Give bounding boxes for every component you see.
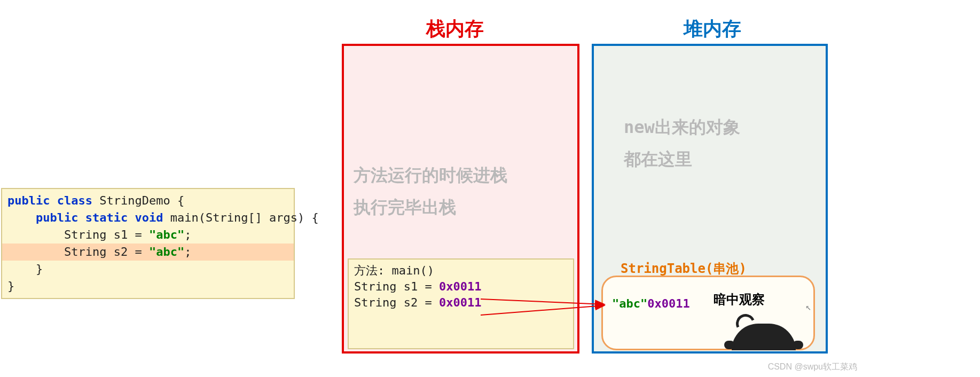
frame-title: 方法: main() — [354, 263, 568, 279]
code-text: StringDemo { — [92, 194, 184, 207]
string-literal: "abc" — [149, 228, 184, 241]
code-line-2: public static void main(String[] args) { — [2, 209, 294, 226]
keyword-static: static — [85, 211, 128, 224]
code-text: ; — [184, 228, 191, 241]
keyword-class: class — [57, 194, 92, 207]
code-text: ; — [184, 245, 191, 258]
watermark-text: CSDN @swpu软工菜鸡 — [768, 362, 857, 373]
frame-var-s2: String s2 = 0x0011 — [354, 295, 568, 311]
stack-desc-line1: 方法运行的时候进栈 — [354, 159, 507, 191]
stack-memory-description: 方法运行的时候进栈 执行完毕出栈 — [354, 159, 507, 223]
code-line-6: } — [2, 278, 294, 295]
mascot-hand-left — [724, 341, 735, 349]
code-panel: public class StringDemo { public static … — [1, 188, 295, 299]
string-pool-entry: "abc"0x0011 — [612, 297, 690, 310]
stack-frame-main: 方法: main() String s1 = 0x0011 String s2 … — [348, 258, 574, 349]
string-literal: "abc" — [149, 245, 184, 258]
var-text: String s1 = — [354, 280, 439, 293]
heap-desc-line2: 都在这里 — [624, 143, 740, 175]
heap-memory-title: 堆内存 — [684, 16, 741, 42]
code-text: main(String[] args) { — [163, 211, 318, 224]
var-text: String s2 = — [354, 296, 439, 309]
stack-memory-title: 栈内存 — [426, 16, 484, 42]
mascot-hand-right — [793, 341, 803, 349]
keyword-public: public — [7, 194, 50, 207]
stack-desc-line2: 执行完毕出栈 — [354, 191, 507, 223]
observe-label: 暗中观察 — [714, 291, 765, 308]
code-line-4-highlighted: String s2 = "abc"; — [2, 244, 294, 261]
keyword-public: public — [36, 211, 78, 224]
pool-string-value: "abc" — [612, 297, 647, 310]
frame-var-s1: String s1 = 0x0011 — [354, 279, 568, 295]
code-line-5: } — [2, 261, 294, 278]
cursor-icon: ↖ — [805, 301, 811, 312]
keyword-void: void — [135, 211, 163, 224]
heap-memory-description: new出来的对象 都在这里 — [624, 111, 740, 175]
heap-desc-line1: new出来的对象 — [624, 111, 740, 143]
address-value: 0x0011 — [439, 296, 481, 309]
pool-address-value: 0x0011 — [647, 297, 689, 310]
string-table-label: StringTable(串池) — [621, 260, 747, 277]
code-text: String s1 = — [7, 228, 149, 241]
address-value: 0x0011 — [439, 280, 481, 293]
code-line-3: String s1 = "abc"; — [2, 226, 294, 244]
code-text: String s2 = — [7, 245, 149, 258]
code-line-1: public class StringDemo { — [2, 192, 294, 209]
